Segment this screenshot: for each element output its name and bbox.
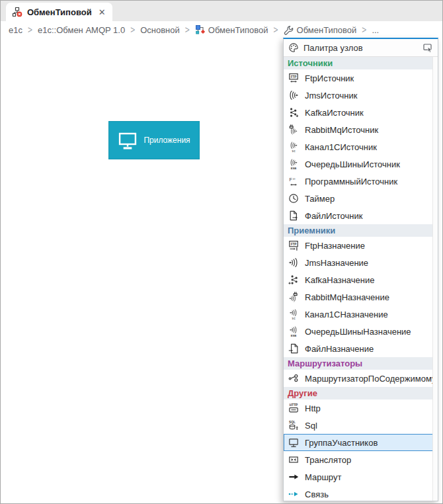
palette-item-label: Канал1СИсточник — [305, 142, 377, 152]
palette-section-header: Источники — [284, 57, 433, 69]
palette-item-label: Связь — [305, 489, 329, 499]
kafka-source-icon — [288, 107, 299, 118]
palette-item[interactable]: 1CКанал1СИсточник — [284, 138, 433, 155]
svg-text:ESB: ESB — [291, 167, 297, 169]
svg-text:HTTP: HTTP — [290, 403, 298, 407]
palette-item[interactable]: RabbitMqНазначение — [284, 288, 433, 306]
palette-item[interactable]: ГруппаУчастников — [284, 434, 433, 451]
scrollbar[interactable] — [432, 57, 438, 501]
palette-item[interactable]: Таймер — [284, 190, 433, 207]
palette-item-label: RabbitMqИсточник — [305, 125, 378, 135]
palette-header: Палитра узлов — [284, 39, 438, 57]
breadcrumb-item[interactable]: ОбменТиповой — [195, 24, 268, 35]
svg-text:F: F — [290, 177, 292, 182]
breadcrumb-item[interactable]: ... — [372, 25, 379, 35]
node-label: Приложения — [143, 136, 190, 145]
palette-item-label: ОчередьШиныИсточник — [305, 159, 400, 169]
palette-item[interactable]: ESBОчередьШиныИсточник — [284, 155, 433, 173]
program-source-icon: F∞ — [288, 176, 299, 187]
palette-item-label: FtpНазначение — [305, 241, 365, 251]
kafka-dest-icon — [288, 274, 299, 285]
rabbitmq-source-icon — [288, 124, 299, 135]
node-prilozheniya[interactable]: Приложения — [108, 121, 200, 159]
breadcrumb-label: e1c::Обмен AMQP 1.0 — [38, 25, 125, 35]
graph-error-icon — [12, 7, 22, 17]
palette-item[interactable]: HTTPHttp — [284, 399, 433, 417]
palette-item[interactable]: JmsНазначение — [284, 254, 433, 271]
palette-icon — [288, 42, 299, 53]
breadcrumb-item[interactable]: Основной — [140, 25, 180, 35]
close-icon[interactable]: ✕ — [99, 8, 106, 17]
palette-item-label: JmsНазначение — [305, 258, 368, 268]
palette-section-header: Приемники — [284, 224, 433, 237]
breadcrumb-separator: > — [362, 24, 366, 36]
palette-item-label: ФайлИсточник — [305, 211, 362, 221]
palette-item-label: JmsИсточник — [305, 91, 357, 101]
timer-icon — [288, 193, 299, 204]
palette-item[interactable]: ESBОчередьШиныНазначение — [284, 323, 433, 340]
breadcrumb-separator: > — [274, 24, 278, 36]
palette-item-label: KafkaНазначение — [305, 275, 374, 285]
palette-item[interactable]: ФайлИсточник — [284, 207, 433, 224]
palette-item-label: ГруппаУчастников — [305, 438, 378, 448]
breadcrumb-separator: > — [130, 24, 135, 36]
palette-item[interactable]: KafkaИсточник — [284, 104, 433, 121]
node-palette-panel: Палитра узлов ИсточникиFTPFtpИсточникJms… — [283, 38, 438, 501]
svg-text:1C: 1C — [292, 317, 295, 319]
palette-item-label: ПрограммныйИсточник — [305, 177, 397, 187]
breadcrumb-item[interactable]: e1c::Обмен AMQP 1.0 — [38, 25, 125, 35]
breadcrumb-item[interactable]: ОбменТиповой — [284, 24, 357, 35]
dock-panel-icon[interactable] — [423, 42, 433, 53]
svg-text:∞: ∞ — [293, 177, 296, 181]
palette-item[interactable]: Маршрут — [284, 468, 433, 485]
palette-item[interactable]: 1CКанал1СНазначение — [284, 306, 433, 323]
channel1c-dest-icon: 1C — [288, 309, 299, 319]
file-source-icon — [288, 210, 299, 221]
palette-item[interactable]: F∞ПрограммныйИсточник — [284, 173, 433, 190]
palette-item-label: ФайлНазначение — [305, 344, 374, 354]
palette-item[interactable]: ФайлНазначение — [284, 340, 433, 357]
app-window: ОбменТиповой ✕ e1c>e1c::Обмен AMQP 1.0>О… — [0, 0, 443, 504]
tab-obmen-tipovoy[interactable]: ОбменТиповой ✕ — [6, 3, 112, 21]
ftp-dest-icon: FTP — [288, 240, 299, 251]
link-icon — [288, 489, 299, 499]
palette-item-label: Транслятор — [305, 455, 351, 465]
palette-item[interactable]: МаршрутизаторПоСодержимому — [284, 370, 433, 387]
tab-bar: ОбменТиповой ✕ — [1, 1, 442, 21]
palette-section-header: Другие — [284, 387, 433, 399]
svg-text:1C: 1C — [292, 149, 295, 152]
breadcrumb-label: Основной — [140, 25, 180, 35]
breadcrumb-label: ОбменТиповой — [208, 25, 268, 35]
palette-item[interactable]: Транслятор — [284, 451, 433, 468]
palette-item[interactable]: FTPFtpНазначение — [284, 237, 433, 254]
http-icon: HTTP — [288, 403, 299, 413]
palette-item-label: FtpИсточник — [305, 73, 354, 83]
palette-item[interactable]: RabbitMqИсточник — [284, 121, 433, 138]
content-router-icon — [288, 373, 299, 384]
ftp-source-icon: FTP — [288, 73, 299, 83]
esb-queue-dest-icon: ESB — [288, 326, 299, 337]
svg-text:SQL: SQL — [289, 421, 296, 424]
participants-group-icon — [288, 437, 299, 448]
tab-title: ОбменТиповой — [27, 7, 92, 17]
file-dest-icon — [288, 343, 299, 354]
translator-icon — [288, 454, 299, 465]
route-icon — [288, 472, 299, 482]
monitor-icon — [118, 132, 138, 149]
breadcrumb-label: e1c — [9, 25, 22, 35]
palette-item[interactable]: JmsИсточник — [284, 87, 433, 104]
rabbitmq-dest-icon — [288, 292, 299, 302]
sql-icon: SQL — [288, 420, 299, 431]
palette-item[interactable]: FTPFtpИсточник — [284, 69, 433, 87]
palette-item[interactable]: Связь — [284, 485, 433, 501]
channel1c-source-icon: 1C — [288, 142, 299, 152]
palette-item[interactable]: KafkaНазначение — [284, 271, 433, 288]
esb-queue-source-icon: ESB — [288, 159, 299, 169]
palette-item-label: МаршрутизаторПоСодержимому — [305, 374, 433, 384]
breadcrumb: e1c>e1c::Обмен AMQP 1.0>Основной>ОбменТи… — [1, 21, 442, 38]
svg-text:FTP: FTP — [291, 75, 297, 79]
palette-item-label: Маршрут — [305, 472, 341, 482]
exchange-node-icon — [195, 24, 206, 35]
breadcrumb-item[interactable]: e1c — [9, 25, 22, 35]
palette-item[interactable]: SQLSql — [284, 417, 433, 434]
